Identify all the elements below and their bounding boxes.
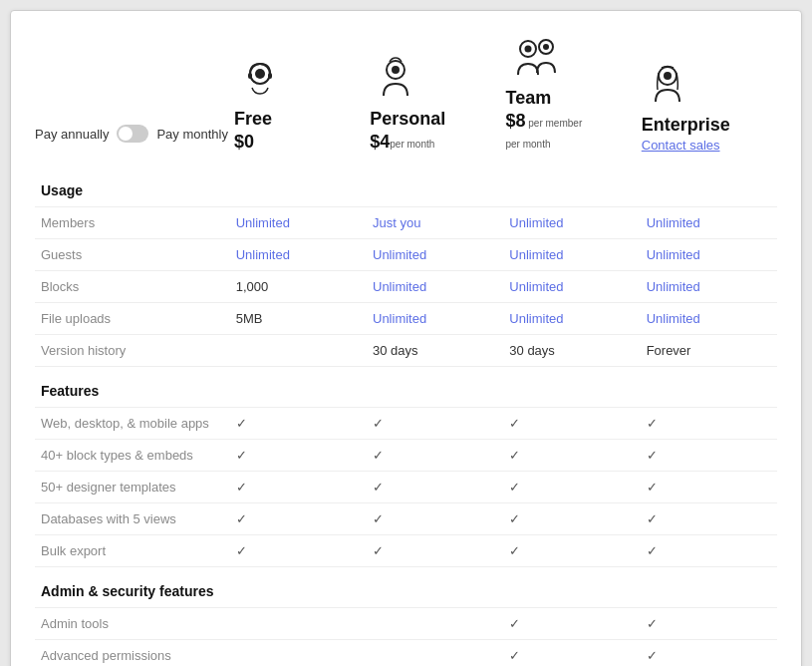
- row-value-1: ✓: [367, 503, 503, 535]
- personal-plan-name: Personal: [370, 109, 445, 130]
- plan-free-header: Free $0: [234, 52, 370, 159]
- plan-header-row: Pay annually Pay monthly Free $0: [35, 31, 777, 159]
- row-value-1: Unlimited: [367, 239, 503, 271]
- table-row: GuestsUnlimitedUnlimitedUnlimitedUnlimit…: [35, 239, 777, 271]
- svg-point-9: [543, 44, 549, 50]
- section-header-features: Features: [35, 367, 777, 408]
- row-value-2: ✓: [503, 608, 640, 640]
- row-value-1: ✓: [367, 408, 503, 440]
- table-row: Blocks1,000UnlimitedUnlimitedUnlimited: [35, 271, 777, 303]
- row-value-0: 5MB: [230, 303, 367, 335]
- row-value-1: Just you: [367, 207, 503, 239]
- row-value-1: Unlimited: [367, 303, 503, 335]
- row-label: Blocks: [35, 271, 230, 303]
- pay-monthly-label: Pay monthly: [156, 127, 228, 142]
- row-label: 50+ designer templates: [35, 472, 230, 503]
- row-value-3: Unlimited: [641, 239, 777, 271]
- table-row: Admin tools✓✓: [35, 608, 777, 640]
- table-row: Web, desktop, & mobile apps✓✓✓✓: [35, 408, 777, 440]
- row-value-0: [230, 608, 367, 640]
- plan-team-header: Team $8 per memberper month: [506, 31, 642, 159]
- row-value-0: ✓: [230, 535, 367, 567]
- team-plan-price: $8 per memberper month: [506, 111, 583, 153]
- row-value-0: ✓: [230, 472, 367, 503]
- row-label: Admin tools: [35, 608, 230, 640]
- row-label: File uploads: [35, 303, 230, 335]
- row-value-1: ✓: [367, 472, 503, 503]
- row-value-3: ✓: [641, 440, 777, 472]
- row-value-3: ✓: [641, 503, 777, 535]
- table-row: Bulk export✓✓✓✓: [35, 535, 777, 567]
- row-value-0: 1,000: [230, 271, 367, 303]
- section-header-admin: Admin & security features: [35, 567, 777, 608]
- svg-rect-2: [268, 73, 272, 79]
- enterprise-avatar: [642, 58, 693, 115]
- row-value-0: Unlimited: [230, 207, 367, 239]
- free-plan-name: Free: [234, 109, 272, 130]
- row-label: Databases with 5 views: [35, 503, 230, 535]
- section-header-usage: Usage: [35, 166, 777, 207]
- row-value-3: ✓: [641, 408, 777, 440]
- row-value-0: Unlimited: [230, 239, 367, 271]
- row-label: Version history: [35, 335, 230, 367]
- personal-avatar: [370, 52, 421, 109]
- row-value-2: Unlimited: [503, 239, 640, 271]
- row-value-1: Unlimited: [367, 271, 503, 303]
- table-row: Databases with 5 views✓✓✓✓: [35, 503, 777, 535]
- svg-point-3: [255, 69, 265, 79]
- billing-toggle[interactable]: [117, 125, 148, 143]
- row-label: Web, desktop, & mobile apps: [35, 408, 230, 440]
- row-value-3: ✓: [641, 608, 777, 640]
- row-value-1: [367, 640, 503, 667]
- pricing-table: UsageMembersUnlimitedJust youUnlimitedUn…: [35, 166, 777, 666]
- row-value-2: Unlimited: [503, 303, 640, 335]
- row-value-2: 30 days: [503, 335, 640, 367]
- row-label: 40+ block types & embeds: [35, 440, 230, 472]
- row-label: Bulk export: [35, 535, 230, 567]
- row-value-3: Unlimited: [641, 271, 777, 303]
- row-value-2: Unlimited: [503, 207, 640, 239]
- row-value-3: ✓: [641, 535, 777, 567]
- row-value-3: ✓: [641, 472, 777, 503]
- pricing-card: Pay annually Pay monthly Free $0: [10, 10, 802, 666]
- free-avatar: [234, 52, 286, 109]
- table-row: MembersUnlimitedJust youUnlimitedUnlimit…: [35, 207, 777, 239]
- enterprise-plan-name: Enterprise: [642, 115, 730, 136]
- row-value-1: ✓: [367, 440, 503, 472]
- team-avatar: [506, 31, 570, 88]
- svg-point-5: [392, 66, 400, 74]
- row-value-2: ✓: [503, 440, 640, 472]
- svg-rect-1: [248, 73, 252, 79]
- toggle-area: Pay annually Pay monthly: [35, 125, 234, 159]
- row-value-2: ✓: [503, 408, 640, 440]
- row-value-3: Forever: [641, 335, 777, 367]
- pay-annually-label: Pay annually: [35, 127, 109, 142]
- row-value-0: ✓: [230, 503, 367, 535]
- enterprise-contact-sales[interactable]: Contact sales: [642, 138, 720, 153]
- row-value-0: ✓: [230, 408, 367, 440]
- plan-personal-header: Personal $4per month: [370, 52, 505, 159]
- row-value-1: [367, 608, 503, 640]
- row-value-3: Unlimited: [641, 207, 777, 239]
- row-value-1: ✓: [367, 535, 503, 567]
- row-value-3: Unlimited: [641, 303, 777, 335]
- table-row: 40+ block types & embeds✓✓✓✓: [35, 440, 777, 472]
- row-value-0: [230, 640, 367, 667]
- row-label: Advanced permissions: [35, 640, 230, 667]
- row-value-2: ✓: [503, 503, 640, 535]
- row-value-2: ✓: [503, 472, 640, 503]
- row-value-2: ✓: [503, 535, 640, 567]
- free-plan-price: $0: [234, 132, 254, 153]
- row-label: Guests: [35, 239, 230, 271]
- row-value-2: Unlimited: [503, 271, 640, 303]
- team-plan-name: Team: [506, 88, 552, 109]
- table-row: 50+ designer templates✓✓✓✓: [35, 472, 777, 503]
- personal-plan-price: $4per month: [370, 132, 434, 153]
- billing-toggle-row: Pay annually Pay monthly: [35, 125, 234, 143]
- row-value-3: ✓: [641, 640, 777, 667]
- row-value-1: 30 days: [367, 335, 503, 367]
- svg-point-7: [524, 46, 531, 53]
- row-label: Members: [35, 207, 230, 239]
- row-value-2: ✓: [503, 640, 640, 667]
- svg-point-11: [664, 72, 672, 80]
